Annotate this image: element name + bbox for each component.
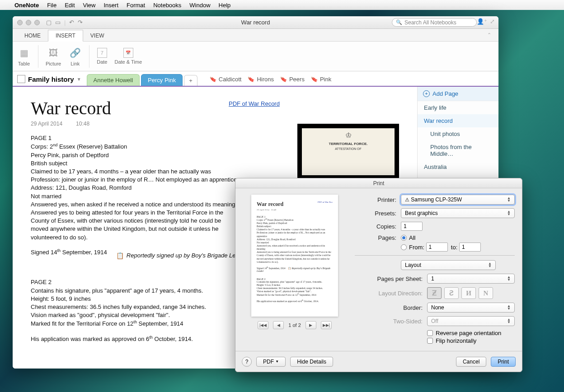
notetag-icon: 📋 [116, 252, 124, 261]
date-icon: 7 [97, 48, 107, 58]
share-icon[interactable]: 👤⁺ [477, 18, 487, 25]
table-icon: ▦ [17, 46, 31, 60]
layout-section-select[interactable]: Layout ▲▼ [401, 260, 496, 270]
ribbon-link[interactable]: 🔗Link [68, 46, 82, 66]
menu-edit[interactable]: Edit [65, 2, 75, 9]
menu-view[interactable]: View [83, 2, 96, 9]
quick-access-toolbar: ▢ ▭ | ↶ ↷ [46, 19, 83, 26]
hide-details-button[interactable]: Hide Details [290, 357, 333, 367]
page-item-photos-middle[interactable]: Photos from the Middle… [418, 140, 498, 160]
layout-dir-2[interactable]: Ƨ [444, 287, 459, 299]
quicknote-caldicott[interactable]: 🔖Caldicott [210, 76, 242, 83]
layout-dir-3[interactable]: И [461, 287, 476, 299]
tab-home[interactable]: HOME [17, 30, 48, 41]
toolbar-sep: | [64, 19, 66, 26]
tag-icon: 🔖 [280, 75, 287, 83]
undo-icon[interactable]: ↶ [69, 19, 74, 26]
section-tab-percy[interactable]: Percy Pink [141, 74, 183, 86]
plus-icon: + [423, 90, 430, 97]
printer-select[interactable]: ⚠ Samsung CLP-325W ▲▼ [401, 195, 515, 205]
ribbon-table[interactable]: ▦Table [17, 46, 31, 66]
twosided-select[interactable]: Off ▲▼ [427, 316, 515, 326]
toolbar-icon[interactable]: ▭ [55, 19, 61, 26]
ribbon-date[interactable]: 7Date [97, 48, 107, 65]
layout-dir-1[interactable]: Ƶ [427, 287, 442, 299]
copies-input[interactable] [401, 222, 423, 231]
section-tab-annette[interactable]: Annette Howell [87, 74, 140, 86]
select-arrows-icon: ▲▼ [488, 262, 492, 267]
menu-format[interactable]: Format [127, 2, 145, 9]
notebook-selector[interactable]: Family history ▼ [17, 75, 81, 83]
pdf-button[interactable]: PDF ▼ [256, 357, 286, 367]
toolbar-icon[interactable]: ▢ [46, 19, 52, 26]
pages-per-sheet-select[interactable]: 1 ▲▼ [427, 274, 515, 284]
section-add-button[interactable]: + [184, 75, 197, 86]
first-page-button[interactable]: |◀◀ [258, 321, 268, 329]
embedded-image[interactable]: ♔ [297, 124, 399, 180]
notebook-bar: Family history ▼ Annette Howell Percy Pi… [13, 71, 498, 87]
preview-page: PDF of War Rec War record 29 April 2014 … [251, 195, 338, 317]
select-arrows-icon: ▲▼ [507, 197, 511, 202]
add-page-button[interactable]: + Add Page [418, 87, 498, 101]
tab-insert[interactable]: INSERT [48, 30, 83, 42]
ribbon-datetime[interactable]: 📅Date & Time [115, 48, 142, 65]
border-select[interactable]: None ▲▼ [427, 303, 515, 313]
page-item-early-life[interactable]: Early life [418, 101, 498, 114]
menubar: OneNote File Edit View Insert Format Not… [0, 0, 564, 10]
redo-icon[interactable]: ↷ [78, 19, 83, 26]
note-tag[interactable]: 📋 Reportedly signed up by Boy's Brigade … [116, 252, 248, 261]
next-page-button[interactable]: ▶ [306, 321, 316, 329]
cancel-button[interactable]: Cancel [456, 357, 486, 367]
menu-help[interactable]: Help [219, 2, 231, 9]
tag-icon: 🔖 [310, 75, 318, 83]
collapse-ribbon-icon[interactable]: ⌃ [487, 32, 491, 38]
tag-icon: 🔖 [209, 75, 217, 83]
dialog-title: Print [235, 178, 522, 188]
preview-nav: |◀◀ ◀ 1 of 2 ▶ ▶▶| [258, 321, 332, 329]
select-arrows-icon: ▲▼ [507, 210, 511, 215]
pages-to-input[interactable] [459, 243, 481, 252]
page-item-war-record[interactable]: War record [418, 114, 498, 127]
pages-from-input[interactable] [426, 243, 448, 252]
reverse-orientation-checkbox[interactable] [427, 330, 433, 336]
tab-view[interactable]: VIEW [83, 30, 112, 41]
page-item-unit-photos[interactable]: Unit photos [418, 127, 498, 140]
pages-all-radio[interactable] [401, 235, 407, 241]
search-input[interactable]: Search All Notebooks [392, 18, 477, 27]
help-button[interactable]: ? [242, 357, 252, 367]
titlebar: ▢ ▭ | ↶ ↷ War record Search All Notebook… [13, 16, 498, 29]
menu-notebooks[interactable]: Notebooks [153, 2, 181, 9]
fullscreen-icon[interactable]: ⤢ [490, 18, 495, 25]
select-arrows-icon: ▲▼ [507, 318, 511, 323]
ribbon-tabs: HOME INSERT VIEW ⌃ [13, 29, 498, 42]
prev-page-button[interactable]: ◀ [273, 321, 284, 329]
notebook-icon [17, 75, 25, 83]
app-menu[interactable]: OneNote [14, 2, 39, 9]
menu-window[interactable]: Window [189, 2, 210, 9]
quicknote-pink[interactable]: 🔖Pink [311, 76, 331, 83]
select-arrows-icon: ▲▼ [507, 276, 511, 281]
print-dialog: Print PDF of War Rec War record 29 April… [235, 178, 522, 372]
link-icon: 🔗 [68, 46, 82, 60]
zoom-window[interactable] [34, 20, 40, 25]
close-window[interactable] [17, 20, 23, 25]
quicknote-peers[interactable]: 🔖Peers [280, 76, 305, 83]
menu-file[interactable]: File [47, 2, 56, 9]
page-title[interactable]: War record [31, 98, 399, 119]
last-page-button[interactable]: ▶▶| [321, 321, 332, 329]
flip-horizontally-checkbox[interactable] [427, 338, 433, 344]
quicknote-hirons[interactable]: 🔖Hirons [248, 76, 274, 83]
window-controls [13, 20, 40, 25]
minimize-window[interactable] [26, 20, 31, 25]
print-preview: PDF of War Rec War record 29 April 2014 … [243, 195, 347, 348]
pages-from-radio[interactable] [401, 244, 407, 250]
dialog-footer: ? PDF ▼ Hide Details Cancel Print [235, 351, 522, 372]
ribbon-picture[interactable]: 🖼Picture [46, 46, 61, 66]
presets-select[interactable]: Best graphics ▲▼ [401, 208, 515, 218]
menu-insert[interactable]: Insert [103, 2, 118, 9]
print-button[interactable]: Print [491, 357, 516, 367]
page-item-australia[interactable]: Australia [418, 160, 498, 173]
chevron-down-icon: ▼ [77, 77, 81, 82]
layout-dir-4[interactable]: N [479, 287, 493, 299]
pdf-link[interactable]: PDF of War Record [229, 100, 280, 107]
